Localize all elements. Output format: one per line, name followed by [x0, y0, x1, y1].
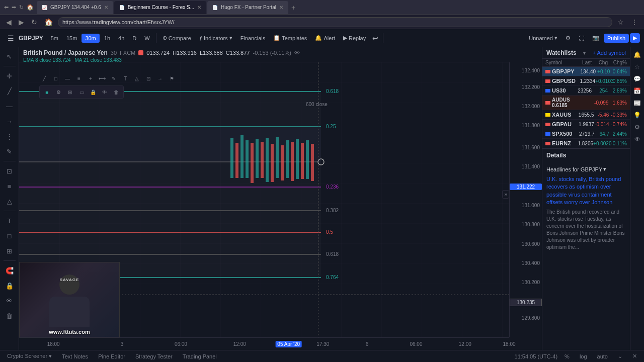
draw-line[interactable]: ╱ — [39, 73, 49, 83]
browser-tab-beginners[interactable]: 📄 Beginners Course - Forex S... ✕ — [114, 1, 206, 14]
draw-text[interactable]: T — [120, 73, 130, 83]
tf-5m[interactable]: 5m — [47, 34, 62, 43]
forward-button[interactable]: ▶ — [17, 17, 26, 27]
tab-close-2[interactable]: ✕ — [197, 5, 201, 10]
chart-expand[interactable]: » — [502, 190, 509, 199]
pattern-tool[interactable]: △ — [3, 194, 17, 208]
browser-tab-hugo[interactable]: 📄 Hugo FX - Partner Portal ✕ — [207, 1, 288, 14]
channel-tool[interactable]: ⋮ — [3, 129, 17, 143]
lock-tool2[interactable]: 🔒 — [88, 87, 98, 97]
watchlist-item-gbpjpy[interactable]: GBPJPY 134.40 +0.10 0.64% — [542, 67, 630, 76]
cursor-tool[interactable]: ↖ — [3, 49, 17, 63]
draw-pen[interactable]: ✎ — [109, 73, 119, 83]
measure-tool[interactable]: ⊡ — [3, 164, 17, 178]
alert-icon[interactable]: 🔔 — [632, 49, 643, 60]
eye-tool[interactable]: 👁 — [100, 87, 110, 97]
crosshair-tool[interactable]: ✛ — [3, 69, 17, 83]
shapes-tool[interactable]: □ — [3, 229, 17, 243]
pine-editor[interactable]: Pine Editor — [95, 353, 128, 360]
tf-15m[interactable]: 15m — [63, 34, 80, 43]
back-button[interactable]: ◀ — [4, 17, 14, 27]
home-button[interactable]: 🏠 — [42, 17, 55, 27]
draw-flag[interactable]: ⚑ — [167, 73, 177, 83]
headlines-title[interactable]: Headlines for GBPJPY ▾ — [546, 166, 626, 172]
settings-button[interactable]: ⚙ — [562, 33, 574, 43]
tf-4h[interactable]: 4h — [115, 34, 128, 43]
delete-tool[interactable]: 🗑 — [3, 309, 17, 323]
menu-button[interactable]: ☰ — [4, 33, 18, 44]
headline-text[interactable]: U.K. stocks rally, British pound recover… — [546, 175, 626, 207]
publish-button[interactable]: Publish — [604, 34, 629, 43]
box-tool[interactable]: ▭ — [76, 87, 87, 97]
draw-extend[interactable]: ⟷ — [97, 73, 107, 83]
eye-icon2[interactable]: 👁 — [632, 134, 643, 145]
bookmarks-button[interactable]: ☆ — [615, 17, 626, 27]
draw-measure2[interactable]: ⊡ — [143, 73, 153, 83]
new-tab-button[interactable]: + — [289, 3, 297, 13]
watchlist-item-xauus[interactable]: XAUUS 1655.5 -5.46 -0.33% — [542, 110, 630, 120]
fullscreen-button[interactable]: ⛶ — [575, 34, 588, 43]
fibonacci-tool[interactable]: ≡ — [3, 179, 17, 193]
draw-rect[interactable]: □ — [51, 73, 61, 83]
tab-close-1[interactable]: ✕ — [104, 5, 108, 10]
watchlist-item-eurnz[interactable]: EURNZ 1.8206 +0.0020 0.11% — [542, 139, 630, 148]
lock-tool[interactable]: 🔒 — [3, 279, 17, 293]
watchlist-icon[interactable]: ☆ — [632, 61, 643, 72]
indicators-button[interactable]: ƒ Indicators ▾ — [196, 33, 236, 43]
draw-horiz2[interactable]: ≡ — [74, 73, 84, 83]
crypto-screener[interactable]: Crypto Screener ▾ — [4, 352, 55, 360]
text-tool[interactable]: T — [3, 214, 17, 228]
watchlist-item-audus[interactable]: AUDUS 0.6185 -0.099 1.63% — [542, 96, 630, 110]
watchlist-menu[interactable]: ▾ — [583, 50, 586, 56]
delete-tool2[interactable]: 🗑 — [111, 87, 121, 97]
magnet-tool[interactable]: 🧲 — [3, 263, 17, 278]
chat-icon[interactable]: 💬 — [632, 73, 643, 84]
visibility-tool[interactable]: 👁 — [3, 294, 17, 308]
gear-tool[interactable]: ⚙ — [53, 87, 63, 97]
tf-30m[interactable]: 30m — [82, 34, 99, 43]
horizontal-line-tool[interactable]: — — [3, 99, 17, 113]
brush-tool[interactable]: ✎ — [3, 144, 17, 158]
extensions-button[interactable]: ⋮ — [629, 17, 640, 27]
minimize-bottom[interactable]: ⌄ — [615, 352, 625, 360]
undo-button[interactable]: ↩ — [370, 33, 380, 43]
unnamed-account[interactable]: Unnamed ▾ — [525, 33, 561, 43]
tf-w[interactable]: W — [141, 34, 153, 43]
grid-tool[interactable]: ⊞ — [65, 87, 75, 97]
news-icon[interactable]: 📰 — [632, 98, 643, 109]
alert-button[interactable]: 🔔 Alert — [311, 33, 339, 43]
tab-close-3[interactable]: ✕ — [279, 5, 283, 10]
add-symbol-btn[interactable]: + Add symbol — [593, 50, 626, 56]
log-btn[interactable]: log — [577, 353, 590, 360]
ideas-icon[interactable]: 💡 — [632, 110, 643, 121]
tf-1h[interactable]: 1h — [101, 34, 114, 43]
projection-tool[interactable]: ⊞ — [3, 244, 17, 258]
ray-tool[interactable]: → — [3, 114, 17, 128]
browser-tab-gbpjpy[interactable]: 📈 GBPJPY 134.404 +0.6 ✕ — [37, 1, 113, 14]
filter-icon[interactable]: ⚙ — [632, 122, 643, 133]
trading-panel[interactable]: Trading Panel — [180, 353, 220, 360]
toggle-visibility[interactable]: 👁 — [294, 50, 300, 56]
draw-h[interactable]: — — [62, 73, 72, 83]
calendar-icon[interactable]: 📅 — [632, 85, 643, 97]
auto-btn[interactable]: auto — [594, 353, 611, 360]
draw-triangle[interactable]: △ — [132, 73, 142, 83]
watchlist-item-spx500[interactable]: SPX500 2719.7 64.7 2.44% — [542, 129, 630, 139]
fill-tool[interactable]: ■ — [42, 87, 52, 97]
reload-button[interactable]: ↻ — [29, 17, 39, 27]
watchlist-item-gbpau[interactable]: GBPAU 1.9937 -0.014 -0.74% — [542, 120, 630, 129]
close-bottom[interactable]: ✕ — [629, 352, 640, 360]
screenshot-button[interactable]: 📷 — [589, 33, 603, 43]
replay-button[interactable]: ▶ Replay — [340, 33, 369, 43]
templates-button[interactable]: 📋 Templates — [270, 33, 310, 43]
watchlist-item-us30[interactable]: US30 23256 254 2.89% — [542, 86, 630, 96]
draw-arrow[interactable]: → — [155, 73, 165, 83]
financials-button[interactable]: Financials — [237, 34, 269, 43]
compare-button[interactable]: ⊕ Compare — [159, 33, 195, 43]
pro-button[interactable]: ▶ — [630, 33, 640, 43]
trend-line-tool[interactable]: ╱ — [3, 84, 17, 98]
text-notes[interactable]: Text Notes — [59, 353, 91, 360]
tf-d[interactable]: D — [129, 34, 140, 43]
chart-container[interactable]: British Pound / Japanese Yen 30 FXCM 013… — [19, 47, 542, 350]
strategy-tester[interactable]: Strategy Tester — [132, 353, 176, 360]
